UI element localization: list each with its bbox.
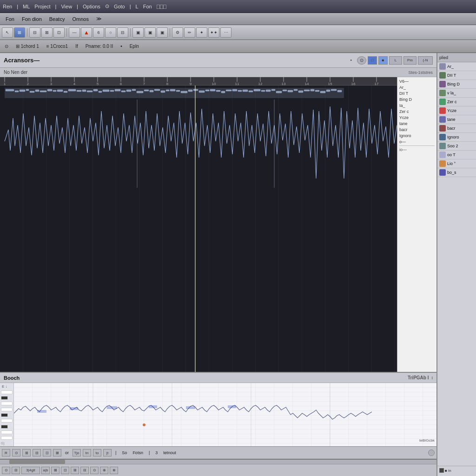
svg-text:16: 16	[351, 82, 356, 86]
bt-btn-3[interactable]: ⊟	[33, 449, 41, 456]
main-waveform[interactable]	[0, 86, 397, 372]
arrange-btn-sq2[interactable]: ■	[378, 56, 388, 65]
toolbar-ptr-btn[interactable]: ↖	[2, 27, 13, 38]
menu-extra[interactable]: ≫	[93, 15, 106, 23]
right-item-8[interactable]: Ignoro	[437, 133, 476, 142]
right-item-6[interactable]: tane	[437, 115, 476, 124]
bt-btn-1[interactable]: ⊙	[12, 449, 20, 456]
toolbar-btn-16[interactable]: ✦	[196, 27, 207, 38]
piano-key-5[interactable]	[1, 413, 8, 417]
piano-key-4[interactable]	[1, 408, 13, 411]
transport-btn-9[interactable]: ⊕	[100, 467, 108, 474]
transport-btn-7[interactable]: ⊟	[80, 467, 89, 474]
tb2-arr[interactable]: ⊙	[2, 43, 11, 50]
tb2-if[interactable]: If	[73, 43, 81, 50]
scrollbar-thumb[interactable]	[9, 460, 65, 464]
wf-item-11: io—	[399, 147, 435, 152]
wf-item-1: Ar_	[399, 85, 435, 90]
tb2-pname[interactable]: Pname: 0.0 II	[83, 43, 116, 50]
bt-btn-8[interactable]: to	[93, 449, 101, 456]
bt-btn-7[interactable]: tn	[83, 449, 91, 456]
toolbar-btn-6[interactable]: —	[69, 27, 80, 38]
piano-keys: E ↓ G}	[0, 383, 14, 446]
piano-key-7[interactable]	[1, 425, 8, 429]
piano-key-6[interactable]	[1, 419, 13, 423]
horizontal-scrollbar[interactable]	[0, 459, 436, 464]
transport-btn-1[interactable]: ⊟	[12, 467, 20, 474]
tb2-eq[interactable]: ≡ 1Croco1	[44, 43, 71, 50]
tb2-epln[interactable]: Epln	[127, 43, 142, 50]
toolbar-triangle-btn[interactable]: ▲	[81, 27, 92, 38]
menu-omnos[interactable]: Omnos	[68, 15, 92, 23]
right-panel-header: plied	[437, 53, 476, 62]
toolbar-btn-10[interactable]: ⊟	[117, 27, 128, 38]
toolbar-btn-4[interactable]: ⊠	[41, 27, 53, 38]
svg-rect-44	[40, 91, 46, 92]
transport-btn-4[interactable]: ⊠	[51, 467, 60, 474]
toolbar-btn-8[interactable]: 6	[93, 27, 104, 38]
right-item-4[interactable]: Zer c	[437, 98, 476, 106]
svg-rect-66	[166, 90, 169, 91]
transport-btn-0[interactable]: ⊙	[2, 467, 10, 474]
menu-fon[interactable]: Fon	[2, 15, 18, 23]
arrange-btn-circle[interactable]: ⊙	[357, 56, 366, 65]
arrange-btn-sq1[interactable]: □	[368, 56, 377, 65]
svg-rect-61	[137, 91, 143, 93]
transport-btn-2[interactable]: 3|4glt	[21, 467, 40, 474]
arrange-btn-pm[interactable]: Pm	[403, 56, 416, 65]
bt-btn-4[interactable]: ⊡	[43, 449, 51, 456]
right-item-5[interactable]: Ycze	[437, 106, 476, 115]
right-item-9[interactable]: Soo 2	[437, 142, 476, 151]
menu-fondion[interactable]: Fon dion	[18, 15, 46, 23]
bt-btn-0[interactable]: R	[2, 449, 10, 456]
transport-btn-3[interactable]: a|b	[41, 467, 50, 474]
piano-roll-area[interactable]: teBIGcbk	[14, 383, 436, 446]
right-item-10[interactable]: oo T	[437, 151, 476, 159]
toolbar-hl-btn[interactable]: ⊞	[14, 27, 25, 38]
toolbar-btn-5[interactable]: ⊡	[53, 27, 65, 38]
right-item-2[interactable]: Bing D	[437, 80, 476, 89]
bt-btn-9[interactable]: |t	[103, 449, 112, 456]
transport-btn-8[interactable]: ⊙	[90, 467, 99, 474]
svg-rect-93	[315, 90, 319, 92]
piano-key-2[interactable]	[1, 396, 8, 400]
svg-rect-95	[326, 90, 330, 92]
arrange-btn-l[interactable]: L	[389, 56, 402, 65]
toolbar-btn-14[interactable]: ⚙	[172, 27, 183, 38]
toolbar-btn-12[interactable]: ▣	[145, 27, 156, 38]
toolbar-btn-18[interactable]: ⋯	[220, 27, 231, 38]
right-item-text-1: DII T	[447, 73, 456, 78]
editor-header: Booch TriPGAb I I	[0, 373, 436, 383]
right-item-1[interactable]: DII T	[437, 71, 476, 80]
right-item-3[interactable]: v la_	[437, 89, 476, 98]
bt-circle[interactable]	[428, 450, 435, 456]
svg-rect-48	[64, 91, 67, 93]
right-item-12[interactable]: bo_s	[437, 168, 476, 177]
piano-key-9[interactable]	[1, 436, 13, 440]
toolbar-btn-13[interactable]: ▣	[157, 27, 168, 38]
piano-key-1[interactable]	[1, 390, 13, 394]
right-item-11[interactable]: Lio °	[437, 159, 476, 168]
tb2-chord[interactable]: ⊞ 1chord 1	[13, 43, 42, 50]
bt-btn-6[interactable]: Tjo	[73, 449, 81, 456]
right-item-0[interactable]: Ar_	[437, 62, 476, 71]
svg-rect-63	[150, 90, 153, 92]
toolbar-btn-15[interactable]: ✏	[184, 27, 195, 38]
transport-btn-10[interactable]: ⊗	[110, 467, 118, 474]
toolbar-btn-9[interactable]: ○	[105, 27, 116, 38]
piano-key-8[interactable]	[1, 430, 13, 434]
right-item-7[interactable]: bacr	[437, 124, 476, 133]
piano-key-3[interactable]	[1, 402, 13, 405]
transport-btn-6[interactable]: ⊞	[71, 467, 79, 474]
transport-btn-5[interactable]: ⊡	[61, 467, 69, 474]
bt-btn-5[interactable]: ⊠	[53, 449, 61, 456]
arrange-btn-n[interactable]: (-N	[418, 56, 433, 65]
right-item-text-6: tane	[447, 117, 456, 122]
toolbar-btn-3[interactable]: ⊟	[29, 27, 40, 38]
toolbar-btn-17[interactable]: ✦✦	[208, 27, 219, 38]
menu-beatcy[interactable]: Beatcy	[46, 15, 69, 23]
toolbar-btn-11[interactable]: ▣	[132, 27, 144, 38]
bt-btn-2[interactable]: ⊞	[22, 449, 31, 456]
right-item-icon-11	[439, 160, 446, 167]
svg-rect-74	[210, 89, 215, 91]
